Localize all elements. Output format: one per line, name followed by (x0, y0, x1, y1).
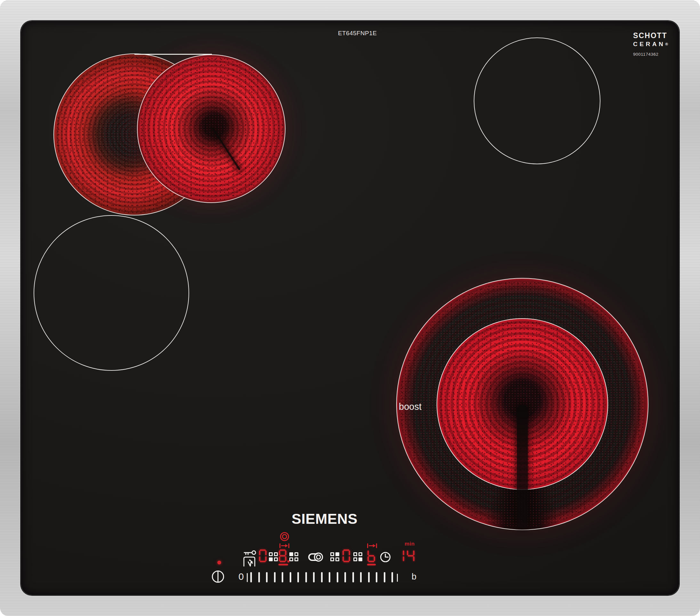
display-timer-value (396, 549, 417, 563)
zone-extend-arrow-icon (279, 543, 290, 548)
timer-unit-label: min (404, 541, 415, 547)
zone-extend-arrow-icon (367, 543, 377, 548)
model-number: ET645FNP1E (338, 30, 377, 37)
slider-boundary-tick (247, 573, 248, 582)
zone-rear-left-main (137, 54, 286, 203)
pot-detection-icon[interactable] (307, 552, 324, 562)
zone-select-front-left-key[interactable] (269, 552, 278, 561)
schott-ceran-logo: SCHOTT CERAN® 9001174362 (633, 32, 668, 57)
cooktop: boost ET645FNP1E SCHOTT CERAN® 900117436… (0, 0, 700, 616)
residual-heat-dot (217, 560, 221, 565)
zone-outline-segment (135, 54, 212, 55)
display-booster (367, 549, 375, 563)
key-lock-icon[interactable] (242, 550, 257, 568)
clock-icon[interactable] (379, 551, 391, 563)
ceran-line: CERAN® (633, 41, 668, 47)
power-level-slider[interactable] (250, 572, 393, 582)
display-level-left (259, 549, 267, 563)
power-icon[interactable] (211, 570, 225, 583)
registered-mark: ® (665, 42, 668, 47)
slider-boundary-tick (397, 574, 398, 582)
slider-min-label: 0 (238, 571, 244, 582)
booster-underline (367, 564, 376, 565)
zone-rear-right (474, 37, 600, 164)
schott-line: SCHOTT (633, 32, 668, 39)
zone-front-left (34, 215, 189, 371)
display-level-selected (278, 549, 290, 563)
siemens-logo: SIEMENS (291, 511, 358, 527)
selection-underline (278, 564, 288, 565)
heater-stem-shadow (517, 405, 528, 528)
glass-serial-number: 9001174362 (633, 52, 668, 57)
zone-select-rear-left-key[interactable] (289, 552, 298, 561)
slider-max-label: b (412, 572, 416, 582)
boost-label: boost (399, 402, 422, 412)
dial-icon[interactable] (280, 532, 289, 541)
display-level-right (342, 549, 350, 563)
heater-sensor-shadow (211, 127, 240, 170)
zone-select-front-right-key[interactable] (353, 552, 362, 561)
zone-select-rear-right-key[interactable] (330, 552, 339, 561)
